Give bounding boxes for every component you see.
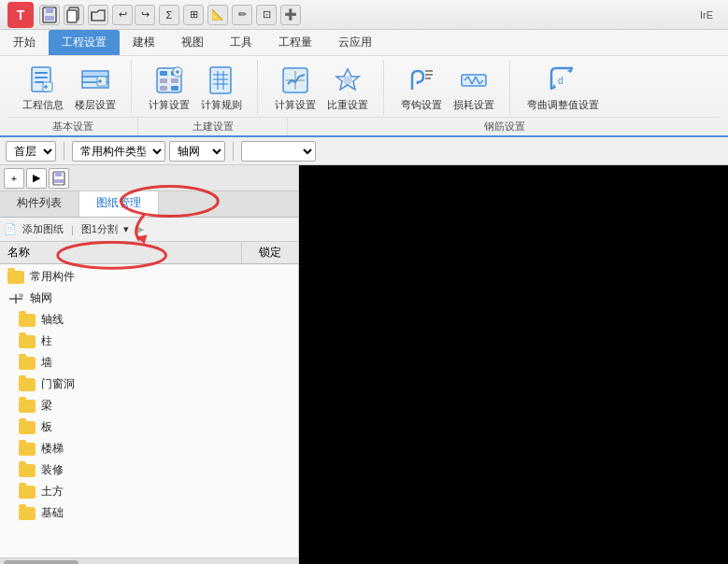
redo-button[interactable]: ↪ <box>135 5 155 25</box>
main-area: + ▶ 构件列表 图纸管理 📄 添加图纸 | 图1分割 ▾ ▶ 名称 锁定 <box>0 165 728 564</box>
folder-icon-slab <box>19 421 36 434</box>
hook-settings-button[interactable]: 弯钩设置 <box>397 62 446 113</box>
floor-select[interactable]: 首层 <box>6 141 56 162</box>
tree-label-slab: 板 <box>41 419 291 435</box>
tree-item-stair[interactable]: 楼梯 <box>0 438 298 459</box>
tree-label-axisline: 轴线 <box>41 312 291 328</box>
tree-label-wall: 墙 <box>41 355 291 371</box>
section-basic: 基本设置 <box>7 118 138 135</box>
menu-item-start[interactable]: 开始 <box>0 30 49 55</box>
tree-item-common[interactable]: 常用构件 <box>0 266 298 288</box>
menu-item-quantity[interactable]: 工程量 <box>265 30 325 55</box>
ribbon-group-civil: 计算设置 计算规则 <box>134 60 258 115</box>
folder-icon-beam <box>19 400 36 413</box>
svg-text:d: d <box>558 76 564 86</box>
tree-item-axisline[interactable]: 轴线 <box>0 309 298 331</box>
folder-icon-stair <box>19 443 36 456</box>
tree-item-slab[interactable]: 板 <box>0 416 298 438</box>
separator-2 <box>233 142 234 161</box>
calc-settings2-button[interactable]: 计算设置 <box>271 62 320 113</box>
calc-rules-button[interactable]: 计算规则 <box>197 62 246 113</box>
col-lock: 锁定 <box>242 242 298 263</box>
svg-rect-24 <box>171 86 178 91</box>
svg-rect-23 <box>160 86 167 91</box>
panel-save-btn[interactable] <box>49 168 69 189</box>
add-drawing-btn[interactable]: 添加图纸 <box>22 222 64 236</box>
svg-rect-19 <box>160 71 167 76</box>
grid-button[interactable]: ⊞ <box>183 5 204 25</box>
measure-button[interactable]: 📐 <box>207 5 228 25</box>
svg-rect-50 <box>54 179 64 183</box>
floor-settings-button[interactable]: 楼层设置 <box>71 62 120 113</box>
svg-rect-49 <box>55 172 62 176</box>
panel-nav-btn[interactable]: ▶ <box>26 168 47 189</box>
folder-icon-common <box>7 271 24 284</box>
add-button[interactable]: ➕ <box>280 5 301 25</box>
tree-item-beam[interactable]: 梁 <box>0 395 298 416</box>
section-rebar: 钢筋设置 <box>288 118 721 135</box>
tree-item-earthwork[interactable]: 土方 <box>0 481 298 502</box>
tree-item-column[interactable]: 柱 <box>0 331 298 352</box>
panel-sub-toolbar: 📄 添加图纸 | 图1分割 ▾ ▶ <box>0 218 298 242</box>
toolbar-row: 首层 常用构件类型 轴网 <box>0 137 728 165</box>
save-button[interactable] <box>39 5 60 25</box>
sigma-button[interactable]: Σ <box>159 5 179 25</box>
undo-button[interactable]: ↩ <box>112 5 133 25</box>
menu-item-view[interactable]: 视图 <box>168 30 217 55</box>
folder-icon-decoration <box>19 464 36 477</box>
tree-label-axis: 轴网 <box>30 290 291 306</box>
panel-tree: 常用构件 轴 轴网 轴线 柱 <box>0 264 298 557</box>
split-drawing-btn[interactable]: 图1分割 <box>81 222 118 236</box>
tree-item-foundation[interactable]: 基础 <box>0 502 298 524</box>
tab-drawing-management[interactable]: 图纸管理 <box>79 191 159 217</box>
tree-label-earthwork: 土方 <box>41 484 291 500</box>
ribbon-group-rebar2: 弯钩设置 损耗设置 <box>386 60 510 115</box>
tab-component-list[interactable]: 构件列表 <box>0 191 79 217</box>
axis-select[interactable]: 轴网 <box>169 141 225 162</box>
menu-item-tools[interactable]: 工具 <box>217 30 265 55</box>
svg-rect-21 <box>160 78 167 83</box>
calc-settings-button[interactable]: 计算设置 <box>145 62 193 113</box>
panel-scrollbar-h[interactable] <box>0 557 298 564</box>
tree-label-common: 常用构件 <box>30 269 291 285</box>
panel-add-btn[interactable]: + <box>4 168 24 189</box>
folder-icon-axisline <box>19 314 36 327</box>
bend-adjust-button[interactable]: d 弯曲调整值设置 <box>523 62 603 113</box>
folder-icon-earthwork <box>19 486 36 499</box>
loss-settings-button[interactable]: 损耗设置 <box>450 62 498 113</box>
type-select[interactable]: 常用构件类型 <box>72 141 165 162</box>
section-civil: 土建设置 <box>138 118 288 135</box>
menu-item-project-settings[interactable]: 工程设置 <box>49 30 120 55</box>
axis-icon: 轴 <box>7 292 24 305</box>
folder-icon-wall <box>19 357 36 370</box>
tree-item-wall[interactable]: 墙 <box>0 352 298 374</box>
tree-item-door-window[interactable]: 门窗洞 <box>0 374 298 395</box>
col-name: 名称 <box>0 242 242 263</box>
svg-point-37 <box>343 76 352 85</box>
left-panel: + ▶ 构件列表 图纸管理 📄 添加图纸 | 图1分割 ▾ ▶ 名称 锁定 <box>0 165 299 564</box>
grid2-button[interactable]: ⊡ <box>256 5 277 25</box>
svg-rect-22 <box>171 78 178 83</box>
open-button[interactable] <box>88 5 108 25</box>
svg-rect-1 <box>46 7 53 13</box>
scrollbar-thumb[interactable] <box>4 560 79 564</box>
tree-item-axis[interactable]: 轴 轴网 <box>0 288 298 309</box>
separator-1 <box>64 142 64 161</box>
weight-settings-button[interactable]: 比重设置 <box>323 62 372 113</box>
tree-label-column: 柱 <box>41 333 291 349</box>
tree-item-decoration[interactable]: 装修 <box>0 459 298 481</box>
menu-item-cloud[interactable]: 云应用 <box>325 30 385 55</box>
panel-column-header: 名称 锁定 <box>0 242 298 264</box>
svg-rect-6 <box>35 72 48 74</box>
project-info-button[interactable]: 工程信息 <box>19 62 67 113</box>
more-btn[interactable]: ▾ <box>123 223 129 235</box>
canvas-area <box>299 165 728 564</box>
menu-item-modeling[interactable]: 建模 <box>120 30 168 55</box>
ribbon-sections: 基本设置 土建设置 钢筋设置 <box>7 117 721 135</box>
copy-button[interactable] <box>64 5 84 25</box>
panel-tabs: 构件列表 图纸管理 <box>0 191 298 218</box>
edit-button[interactable]: ✏ <box>232 5 252 25</box>
folder-icon-column <box>19 335 36 348</box>
extra-select[interactable] <box>241 141 316 162</box>
tree-label-foundation: 基础 <box>41 505 291 521</box>
